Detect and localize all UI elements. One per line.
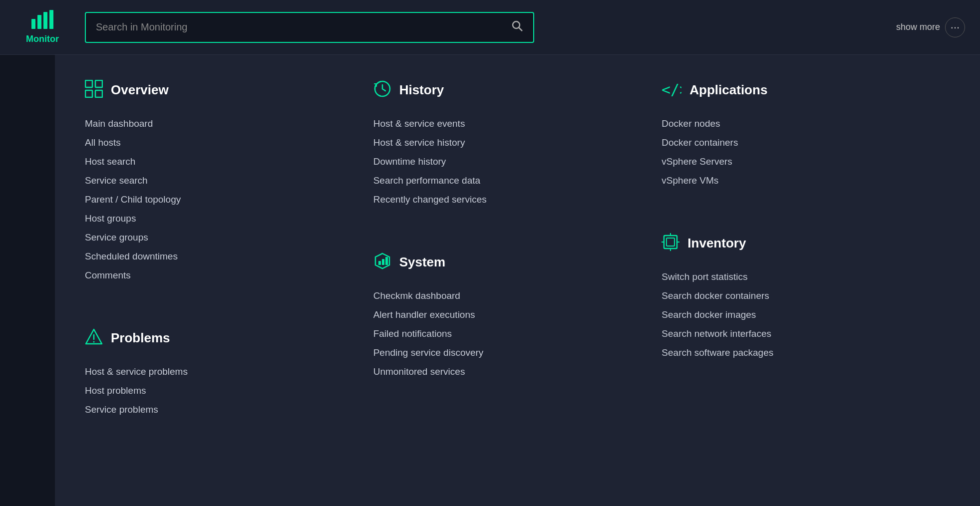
system-header: System <box>373 252 642 272</box>
column-1: Overview Main dashboard All hosts Host s… <box>85 80 373 481</box>
list-item[interactable]: vSphere Servers <box>661 152 930 171</box>
applications-icon: </> <box>661 80 681 100</box>
list-item[interactable]: Host & service problems <box>85 362 353 381</box>
list-item[interactable]: Main dashboard <box>85 114 353 133</box>
search-icon[interactable] <box>511 20 523 35</box>
list-item[interactable]: Search docker images <box>661 305 930 324</box>
overview-title: Overview <box>111 82 169 98</box>
overview-icon <box>85 80 103 100</box>
search-bar[interactable] <box>85 12 534 43</box>
logo-label: Monitor <box>26 34 59 44</box>
section-applications: </> Applications Docker nodes Docker con… <box>661 80 950 210</box>
list-item[interactable]: Service problems <box>85 400 353 419</box>
svg-rect-17 <box>664 236 677 249</box>
system-title: System <box>399 254 446 270</box>
list-item[interactable]: Search software packages <box>661 343 930 362</box>
svg-rect-3 <box>49 10 53 29</box>
show-more-area: show more ··· <box>896 17 965 37</box>
topbar: Monitor show more ··· <box>0 0 980 55</box>
applications-title: Applications <box>689 82 767 98</box>
list-item[interactable]: Docker containers <box>661 133 930 152</box>
list-item[interactable]: Parent / Child topology <box>85 190 353 209</box>
svg-rect-7 <box>95 80 102 87</box>
svg-point-11 <box>93 341 95 343</box>
svg-rect-13 <box>378 261 381 265</box>
column-3: </> Applications Docker nodes Docker con… <box>661 80 950 481</box>
inventory-title: Inventory <box>687 236 746 251</box>
system-items: Checkmk dashboard Alert handler executio… <box>373 286 642 381</box>
svg-rect-0 <box>31 19 35 29</box>
overview-header: Overview <box>85 80 353 100</box>
list-item[interactable]: Host search <box>85 152 353 171</box>
monitor-icon <box>31 10 53 32</box>
list-item[interactable]: Pending service discovery <box>373 343 642 362</box>
list-item[interactable]: Host groups <box>85 209 353 228</box>
applications-header: </> Applications <box>661 80 930 100</box>
column-2: History Host & service events Host & ser… <box>373 80 662 481</box>
section-problems: Problems Host & service problems Host pr… <box>85 328 373 439</box>
history-header: History <box>373 80 642 100</box>
sidebar-strip <box>0 55 55 506</box>
inventory-icon <box>661 233 679 253</box>
show-more-label: show more <box>896 22 940 32</box>
list-item[interactable]: Host & service events <box>373 114 642 133</box>
svg-rect-9 <box>95 90 102 97</box>
inventory-items: Switch port statistics Search docker con… <box>661 267 930 362</box>
svg-rect-15 <box>385 257 388 265</box>
list-item[interactable]: Host problems <box>85 381 353 400</box>
list-item[interactable]: Downtime history <box>373 152 642 171</box>
list-item[interactable]: Search performance data <box>373 171 642 190</box>
search-bar-container <box>85 12 534 43</box>
history-items: Host & service events Host & service his… <box>373 114 642 209</box>
problems-title: Problems <box>111 330 170 346</box>
section-system: System Checkmk dashboard Alert handler e… <box>373 252 662 401</box>
list-item[interactable]: Scheduled downtimes <box>85 247 353 266</box>
list-item[interactable]: Unmonitored services <box>373 362 642 381</box>
overview-items: Main dashboard All hosts Host search Ser… <box>85 114 353 285</box>
inventory-header: Inventory <box>661 233 930 253</box>
svg-rect-2 <box>43 12 47 29</box>
problems-icon <box>85 328 103 348</box>
history-icon <box>373 80 391 100</box>
svg-rect-8 <box>85 90 92 97</box>
svg-point-4 <box>513 21 520 28</box>
layout: Overview Main dashboard All hosts Host s… <box>0 55 980 506</box>
logo-area: Monitor <box>15 10 70 44</box>
main-content: Overview Main dashboard All hosts Host s… <box>55 55 980 506</box>
list-item[interactable]: Alert handler executions <box>373 305 642 324</box>
svg-rect-18 <box>666 238 674 246</box>
svg-line-5 <box>519 27 523 31</box>
list-item[interactable]: Service search <box>85 171 353 190</box>
list-item[interactable]: Search docker containers <box>661 286 930 305</box>
list-item[interactable]: Checkmk dashboard <box>373 286 642 305</box>
list-item[interactable]: Recently changed services <box>373 190 642 209</box>
section-inventory: Inventory Switch port statistics Search … <box>661 233 950 382</box>
list-item[interactable]: Search network interfaces <box>661 324 930 343</box>
search-input[interactable] <box>96 21 511 33</box>
svg-rect-14 <box>382 259 384 265</box>
list-item[interactable]: Service groups <box>85 228 353 247</box>
applications-items: Docker nodes Docker containers vSphere S… <box>661 114 930 190</box>
list-item[interactable]: Comments <box>85 266 353 285</box>
list-item[interactable]: Docker nodes <box>661 114 930 133</box>
list-item[interactable]: All hosts <box>85 133 353 152</box>
history-title: History <box>399 82 444 98</box>
list-item[interactable]: vSphere VMs <box>661 171 930 190</box>
list-item[interactable]: Host & service history <box>373 133 642 152</box>
problems-header: Problems <box>85 328 353 348</box>
problems-items: Host & service problems Host problems Se… <box>85 362 353 419</box>
section-history: History Host & service events Host & ser… <box>373 80 662 229</box>
list-item[interactable]: Switch port statistics <box>661 267 930 286</box>
svg-text:</>: </> <box>661 81 681 98</box>
list-item[interactable]: Failed notifications <box>373 324 642 343</box>
svg-rect-1 <box>37 15 41 29</box>
show-more-button[interactable]: ··· <box>945 17 965 37</box>
svg-rect-6 <box>85 80 92 87</box>
system-icon <box>373 252 391 272</box>
section-overview: Overview Main dashboard All hosts Host s… <box>85 80 373 305</box>
